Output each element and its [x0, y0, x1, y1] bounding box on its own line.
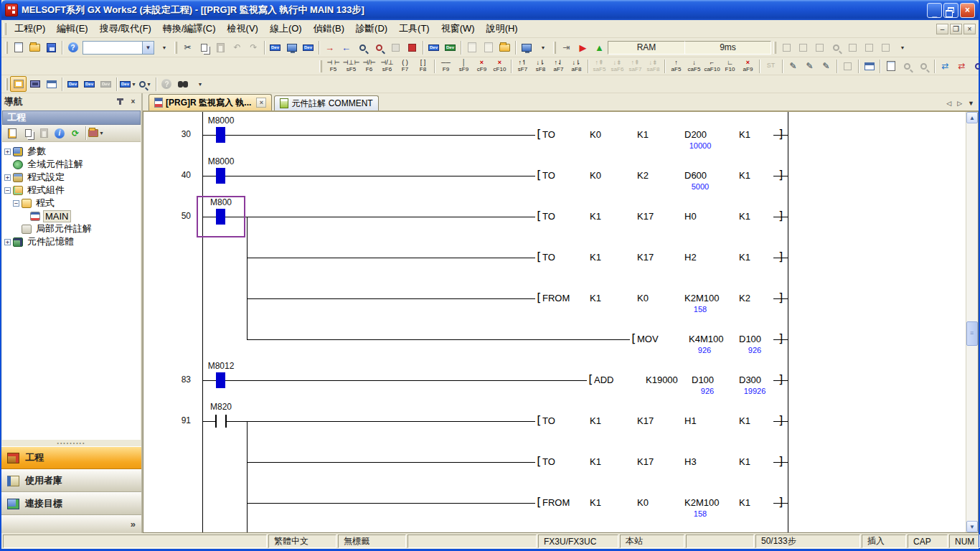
- instruction-operand[interactable]: K1: [739, 415, 750, 426]
- navigation-window-button[interactable]: [10, 76, 27, 92]
- instruction-operand[interactable]: K1: [590, 415, 601, 426]
- menu-7[interactable]: 診斷(D): [350, 20, 393, 37]
- scroll-down-button[interactable]: ▼: [966, 521, 978, 532]
- ladder-symbol-cF9-button[interactable]: ×cF9: [473, 58, 491, 74]
- ladder-symbol-sF9-button[interactable]: │sF9: [455, 58, 473, 74]
- edit-device-button[interactable]: ✎: [785, 58, 801, 74]
- scroll-up-button[interactable]: ▲: [966, 112, 978, 123]
- property-button[interactable]: i: [52, 126, 67, 141]
- tree-item-程式組件[interactable]: −程式組件: [4, 184, 141, 197]
- view-button-工程[interactable]: 工程: [1, 446, 141, 469]
- instruction-opcode[interactable]: TO: [542, 252, 555, 263]
- instruction-operand[interactable]: K1: [637, 129, 649, 140]
- new-item-button[interactable]: [4, 126, 20, 141]
- ladder-symbol-F6-button[interactable]: ⊣/⊢F6: [360, 58, 378, 74]
- toolbar-grip[interactable]: [773, 42, 776, 54]
- device-test-2-button[interactable]: ⇄: [953, 58, 970, 74]
- instruction-operand[interactable]: D100: [739, 334, 761, 344]
- instruction-operand[interactable]: H1: [684, 415, 697, 426]
- copy-item-button[interactable]: [20, 126, 36, 141]
- task-list-button[interactable]: [43, 76, 60, 92]
- edit-contact-button[interactable]: ✎: [801, 58, 818, 74]
- tab-scroll-right-icon[interactable]: ▷: [957, 100, 962, 107]
- ladder-symbol-sF7-button[interactable]: ↑↿sF7: [514, 58, 532, 74]
- ladder-symbol-F8-button[interactable]: [ ]F8: [414, 58, 432, 74]
- view-button-使用者庫[interactable]: 使用者庫: [1, 469, 141, 492]
- device-comment-search-button[interactable]: Dev: [267, 39, 283, 55]
- tab-list-dropdown-icon[interactable]: ▼: [968, 100, 974, 107]
- instruction-opcode[interactable]: TO: [542, 415, 555, 426]
- panel-splitter-handle[interactable]: •••••••••: [1, 440, 141, 446]
- tree-item-程式設定[interactable]: +程式設定: [4, 171, 141, 184]
- expand-plus-icon[interactable]: +: [4, 239, 11, 245]
- mdi-restore-button[interactable]: ❐: [950, 24, 962, 34]
- instruction-opcode[interactable]: MOV: [637, 334, 659, 344]
- ladder-symbol-F10-button[interactable]: ∟F10: [721, 58, 739, 74]
- open-project-button[interactable]: [27, 39, 43, 55]
- read-from-plc-button[interactable]: ←: [338, 39, 354, 55]
- instruction-operand[interactable]: K2M100: [684, 293, 719, 303]
- collapse-minus-icon[interactable]: −: [13, 200, 19, 207]
- tab-ladder-program[interactable]: [PRG]R 監視寫入 執... ×: [149, 94, 272, 110]
- menu-4[interactable]: 檢視(V): [222, 20, 264, 37]
- remote-stop-button[interactable]: [404, 39, 420, 55]
- simulation-step-button[interactable]: ⇥: [558, 39, 575, 55]
- panel-close-button[interactable]: ×: [128, 97, 138, 107]
- find-binoculars-button[interactable]: [175, 76, 192, 92]
- contact-M8000[interactable]: [216, 168, 225, 184]
- contact-M8000[interactable]: [216, 127, 225, 143]
- instruction-opcode[interactable]: TO: [542, 211, 555, 222]
- statement-doc-button[interactable]: [882, 58, 899, 74]
- instruction-operand[interactable]: K1: [739, 170, 750, 181]
- contact-M8012[interactable]: [216, 372, 225, 388]
- menu-2[interactable]: 搜尋/取代(F): [94, 20, 157, 37]
- view-button-連接目標[interactable]: 連接目標: [1, 492, 141, 515]
- dropdown-arrow-icon[interactable]: ▼: [131, 82, 136, 87]
- instruction-operand[interactable]: K1: [590, 456, 601, 467]
- device-batch-monitor-button[interactable]: [283, 39, 300, 55]
- instruction-operand[interactable]: K4M100: [689, 334, 723, 344]
- new-project-button[interactable]: [10, 39, 27, 55]
- scrollbar-thumb[interactable]: [966, 321, 978, 346]
- menu-8[interactable]: 工具(T): [393, 20, 435, 37]
- toolbar-grip[interactable]: [5, 42, 8, 54]
- device-test-1-button[interactable]: ⇄: [937, 58, 953, 74]
- ladder-symbol-aF5-button[interactable]: ↑aF5: [667, 58, 685, 74]
- instruction-operand[interactable]: K0: [590, 170, 601, 181]
- device-memory-dev-button[interactable]: Dev: [81, 76, 98, 92]
- device-replace-button[interactable]: Dev: [300, 39, 316, 55]
- ladder-symbol-F5-button[interactable]: ⊣ ⊢F5: [324, 58, 342, 74]
- simulation-run-button[interactable]: ▶: [575, 39, 591, 55]
- toolbar-grip[interactable]: [553, 42, 556, 54]
- instruction-operand[interactable]: K1: [590, 211, 601, 222]
- toolbar-grip[interactable]: [4, 23, 6, 35]
- toolbar-overflow-button[interactable]: ▼: [192, 76, 208, 92]
- instruction-operand[interactable]: D200: [684, 129, 707, 140]
- monitor-start-button[interactable]: [970, 58, 980, 74]
- ladder-symbol-sF5-button[interactable]: ⊣⊥⊢sF5: [342, 58, 360, 74]
- ladder-symbol-caF5-button[interactable]: ↓caF5: [685, 58, 703, 74]
- copy-button[interactable]: [196, 39, 212, 55]
- menu-1[interactable]: 編輯(E): [51, 20, 93, 37]
- instruction-operand[interactable]: K2: [739, 293, 750, 303]
- instruction-operand[interactable]: K1: [739, 252, 750, 263]
- instruction-operand[interactable]: K1: [590, 252, 601, 263]
- tree-item-局部元件註解[interactable]: 局部元件註解: [4, 222, 141, 235]
- intelligent-module-button[interactable]: [496, 39, 513, 55]
- toolbar-overflow-button[interactable]: ▼: [156, 39, 172, 55]
- instruction-opcode[interactable]: TO: [542, 129, 555, 140]
- monitor-verify-button[interactable]: [371, 39, 387, 55]
- instruction-operand[interactable]: K1: [739, 211, 750, 222]
- instruction-operand[interactable]: H2: [684, 252, 697, 263]
- instruction-operand[interactable]: K17: [637, 415, 654, 426]
- ladder-symbol-F7-button[interactable]: ( )F7: [396, 58, 414, 74]
- instruction-operand[interactable]: K17: [637, 252, 654, 263]
- instruction-operand[interactable]: H0: [684, 211, 697, 222]
- help-button[interactable]: ?: [65, 39, 81, 55]
- menu-10[interactable]: 說明(H): [481, 20, 524, 37]
- tree-item-程式[interactable]: −程式: [4, 197, 141, 209]
- instruction-operand[interactable]: D600: [684, 170, 707, 181]
- instruction-operand[interactable]: K0: [637, 293, 649, 303]
- mdi-close-button[interactable]: ×: [963, 24, 976, 34]
- expand-plus-icon[interactable]: +: [4, 149, 11, 155]
